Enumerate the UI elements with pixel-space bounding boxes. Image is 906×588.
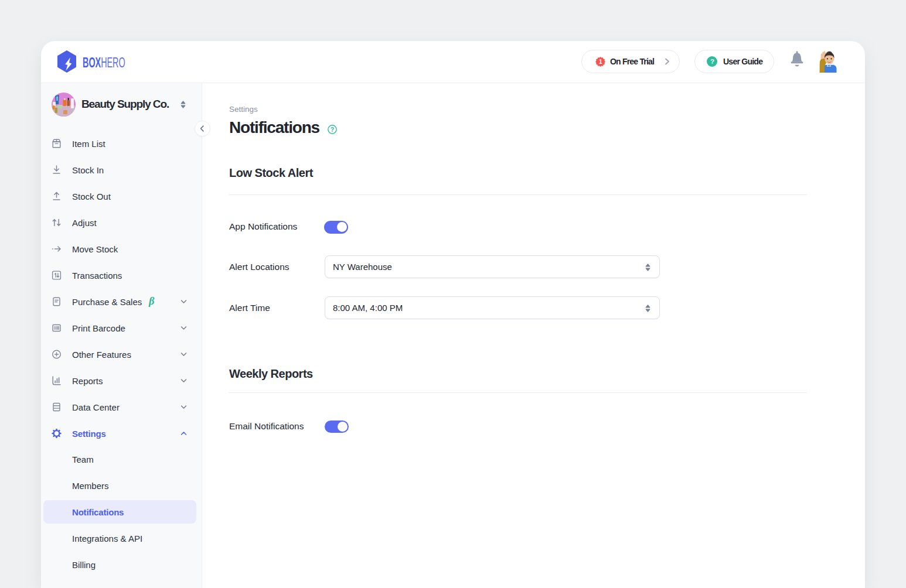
svg-text:?: ?: [710, 58, 714, 65]
svg-text:?: ?: [331, 126, 334, 133]
